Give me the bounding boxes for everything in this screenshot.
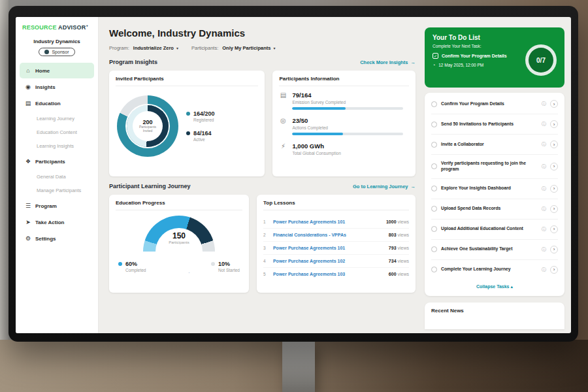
task-row[interactable]: Invite a Collaborator ⓘ › <box>431 135 558 155</box>
sidebar-item-label: Settings <box>35 236 56 242</box>
card-title: Participants Information <box>279 76 409 86</box>
task-checkbox[interactable] <box>431 267 437 272</box>
info-icon[interactable]: ⓘ <box>542 186 546 192</box>
task-row[interactable]: Send 50 Invitations to Participants ⓘ › <box>431 114 558 135</box>
participants-select[interactable]: Only My Participants ▾ <box>222 45 275 51</box>
program-select[interactable]: Industrialize Zero ▾ <box>133 45 178 51</box>
chevron-right-icon[interactable]: › <box>550 205 558 213</box>
task-row[interactable]: Upload Additional Educational Content ⓘ … <box>431 220 558 240</box>
task-checkbox[interactable] <box>431 206 437 212</box>
org-name: Industry Dynamics <box>16 39 98 44</box>
lesson-row: 2 Financial Considerations - VPPAs 803 v… <box>263 229 409 242</box>
sidebar-item-settings[interactable]: ⚙ Settings <box>20 231 94 246</box>
task-row[interactable]: Complete Your Learning Journey ⓘ › <box>431 260 558 280</box>
todo-task-list: Confirm Your Program Details ⓘ › Send 50… <box>425 93 564 296</box>
insights-icon: ◉ <box>25 84 31 90</box>
task-row[interactable]: Verify participants requesting to join t… <box>431 155 558 179</box>
chevron-right-icon[interactable]: › <box>550 140 558 148</box>
task-row[interactable]: Confirm Your Program Details ⓘ › <box>431 94 558 114</box>
page-title: Welcome, Industry Dynamics <box>109 27 416 39</box>
chevron-right-icon[interactable]: › <box>550 100 558 108</box>
education-total: 150 <box>143 231 215 240</box>
program-label: Program: <box>109 45 129 51</box>
participants-information-card: Participants Information ▤ 79/164 Emissi… <box>272 71 416 176</box>
legend-registered: 164/200 Registered <box>186 110 215 122</box>
lesson-views: 803 <box>389 233 397 237</box>
info-icon[interactable]: ⓘ <box>542 121 546 127</box>
chevron-right-icon[interactable]: › <box>550 246 558 253</box>
sidebar-item-education[interactable]: ▤ Education <box>20 95 94 111</box>
registered-dot-icon <box>186 112 190 116</box>
sidebar-item-manage-participants[interactable]: Manage Participants <box>16 184 98 197</box>
sidebar-item-label: Program <box>35 203 57 209</box>
invited-donut-inner: 200 Participants Invited <box>127 105 169 147</box>
sidebar-item-learning-insights[interactable]: Learning Insights <box>16 139 98 153</box>
sidebar-item-take-action[interactable]: ➤ Take Action <box>20 214 94 230</box>
education-gauge: 150 Participants <box>143 216 215 253</box>
sponsor-badge-label: Sponsor <box>52 50 69 54</box>
sidebar-item-general-data[interactable]: General Data <box>16 170 98 184</box>
participants-label: Participants: <box>191 45 218 51</box>
sidebar-item-home[interactable]: ⌂ Home <box>20 63 94 78</box>
info-icon[interactable]: ⓘ <box>542 141 546 148</box>
info-icon[interactable]: ⓘ <box>542 101 546 107</box>
lesson-link[interactable]: Power Purchase Agreements 103 <box>273 272 384 276</box>
task-checkbox[interactable] <box>431 163 437 169</box>
clock-icon: ◔ <box>433 63 435 67</box>
progress-fill <box>292 107 345 110</box>
chevron-right-icon[interactable]: › <box>550 120 558 128</box>
lesson-link[interactable]: Power Purchase Agreements 101 <box>273 246 384 250</box>
lesson-rank: 3 <box>263 246 269 250</box>
sidebar-item-education-content[interactable]: Education Content <box>16 125 98 139</box>
dashboard-screen: RESOURCE ADVISOR+ Industry Dynamics Spon… <box>16 17 571 333</box>
actions-progressbar <box>292 133 403 135</box>
sidebar-item-participants[interactable]: ❖ Participants <box>20 154 94 169</box>
chevron-right-icon[interactable]: › <box>550 185 558 193</box>
chevron-down-icon: ▾ <box>273 46 275 50</box>
task-row[interactable]: Upload Spend Data Records ⓘ › <box>431 199 558 220</box>
collapse-tasks-button[interactable]: Collapse Tasks ▴ <box>431 280 558 295</box>
recent-news-card: Recent News <box>425 302 564 329</box>
task-checkbox[interactable] <box>431 101 437 107</box>
sidebar-item-insights[interactable]: ◉ Insights <box>20 79 94 95</box>
energy-icon: ⚡ <box>279 142 287 158</box>
participants-select-value: Only My Participants <box>222 45 270 51</box>
sponsor-badge[interactable]: Sponsor <box>39 48 74 56</box>
registered-label: Registered <box>193 118 215 122</box>
lesson-row: 3 Power Purchase Agreements 101 793 view… <box>263 242 409 255</box>
lesson-link[interactable]: Financial Considerations - VPPAs <box>273 233 384 237</box>
check-icon: ✓ <box>433 53 438 59</box>
chevron-right-icon[interactable]: › <box>550 163 558 171</box>
task-checkbox[interactable] <box>431 186 437 191</box>
wall-edge <box>0 0 8 392</box>
task-checkbox[interactable] <box>431 246 437 252</box>
lesson-link[interactable]: Power Purchase Agreements 101 <box>273 220 382 224</box>
target-icon: ◎ <box>279 117 287 135</box>
todo-next-task[interactable]: ✓ Confirm Your Program Details <box>433 53 524 59</box>
task-checkbox[interactable] <box>431 122 437 127</box>
legend-completed: 60% Completed <box>118 261 146 272</box>
sidebar-item-program[interactable]: ☰ Program <box>20 198 94 214</box>
sidebar-item-learning-journey[interactable]: Learning Journey <box>16 112 98 125</box>
sidebar-item-label: Education <box>35 101 61 106</box>
sidebar: RESOURCE ADVISOR+ Industry Dynamics Spon… <box>16 17 99 333</box>
info-icon[interactable]: ⓘ <box>542 246 546 253</box>
info-icon[interactable]: ⓘ <box>542 206 546 212</box>
check-more-insights-link[interactable]: Check More Insights → <box>360 59 416 65</box>
info-icon[interactable]: ⓘ <box>542 267 546 273</box>
lesson-views: 600 <box>389 272 397 276</box>
home-icon: ⌂ <box>25 67 31 74</box>
task-checkbox[interactable] <box>431 226 437 232</box>
info-icon[interactable]: ⓘ <box>542 163 546 170</box>
chevron-right-icon[interactable]: › <box>550 225 558 233</box>
task-checkbox[interactable] <box>431 142 437 148</box>
task-row[interactable]: Explore Your Insights Dashboard ⓘ › <box>431 179 558 199</box>
task-row[interactable]: Achieve One Sustainability Target ⓘ › <box>431 240 558 260</box>
settings-icon: ⚙ <box>25 235 31 242</box>
go-to-learning-journey-link[interactable]: Go to Learning Journey → <box>353 184 416 189</box>
chevron-right-icon[interactable]: › <box>550 266 558 274</box>
participants-icon: ❖ <box>25 158 31 165</box>
lesson-rank: 2 <box>263 233 269 237</box>
lesson-link[interactable]: Power Purchase Agreements 102 <box>273 259 384 263</box>
info-icon[interactable]: ⓘ <box>542 226 546 233</box>
